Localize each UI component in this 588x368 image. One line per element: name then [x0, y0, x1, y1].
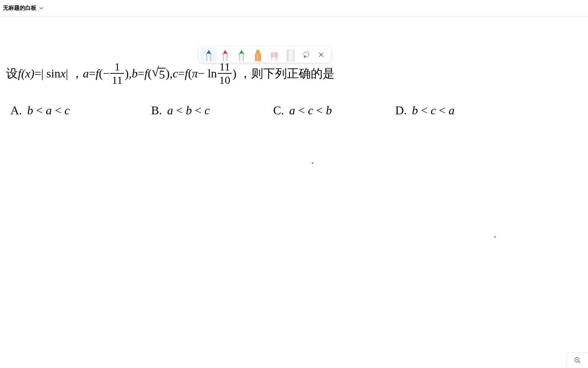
lasso-tool[interactable]: [299, 48, 314, 62]
zoom-out-button[interactable]: [566, 352, 588, 368]
close-toolbar-button[interactable]: [314, 48, 329, 62]
problem-statement: 设 f(x) =| sin x | ， a = f(− 111 ), b = f…: [6, 61, 582, 86]
highlighter-tool[interactable]: [250, 48, 266, 62]
pen-green-tool[interactable]: [233, 48, 250, 62]
option-d: D. b < c < a: [395, 104, 454, 117]
ink-dot: [494, 236, 496, 238]
chevron-down-icon: [39, 6, 44, 11]
eraser-tool[interactable]: [266, 48, 282, 62]
pen-blue-tool[interactable]: [201, 48, 217, 62]
zoom-out-icon: [574, 357, 581, 364]
option-b: B. a < b < c: [151, 104, 273, 117]
eraser-icon: [271, 52, 278, 61]
ruler-tool[interactable]: [282, 48, 299, 62]
svg-line-4: [578, 361, 580, 363]
whiteboard-canvas[interactable]: 设 f(x) =| sin x | ， a = f(− 111 ), b = f…: [0, 16, 588, 368]
answer-options: A. b < a < c B. a < b < c C. a < c < b D…: [6, 104, 582, 117]
title-dropdown[interactable]: 无标题的白板: [3, 4, 44, 12]
lasso-icon: [303, 51, 310, 58]
drawing-toolbar: [199, 47, 331, 63]
math-problem: 设 f(x) =| sin x | ， a = f(− 111 ), b = f…: [6, 61, 582, 117]
option-a: A. b < a < c: [6, 104, 151, 117]
option-c: C. a < c < b: [273, 104, 395, 117]
pen-blue-icon: [206, 50, 211, 61]
pen-red-icon: [223, 50, 228, 61]
highlighter-icon: [255, 50, 261, 61]
whiteboard-title: 无标题的白板: [3, 4, 36, 12]
ink-dot: [312, 162, 313, 164]
ruler-icon: [287, 50, 294, 61]
close-icon: [318, 52, 324, 58]
header-bar: 无标题的白板: [0, 0, 588, 16]
pen-red-tool[interactable]: [217, 48, 233, 62]
pen-green-icon: [239, 50, 244, 61]
